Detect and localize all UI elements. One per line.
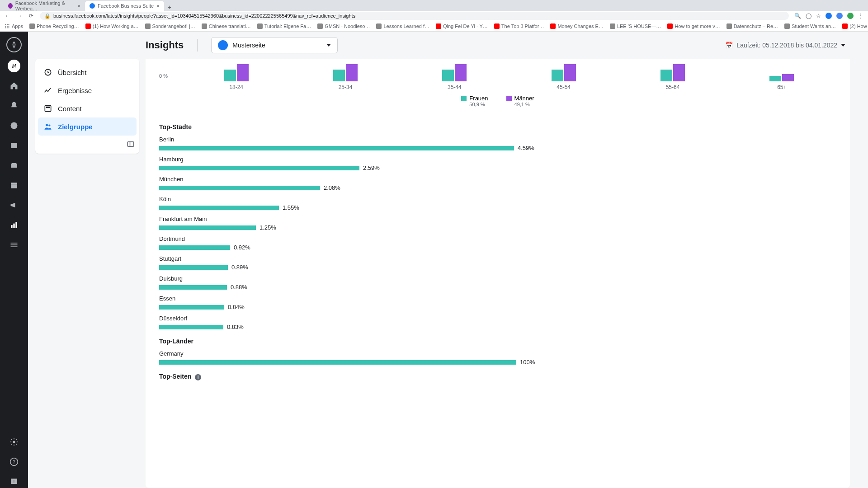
tab-title: Facebook Marketing & Werbea… — [15, 0, 75, 11]
bar-men — [237, 64, 249, 81]
gear-icon[interactable] — [8, 436, 20, 448]
age-group — [291, 64, 400, 81]
info-icon[interactable]: i — [195, 374, 201, 380]
svg-rect-18 — [11, 246, 18, 247]
bookmark-item[interactable]: GMSN - Noodleso… — [317, 23, 370, 29]
megaphone-icon[interactable] — [8, 199, 20, 211]
bar-women — [442, 70, 454, 81]
bar-percent: 0.88% — [231, 284, 247, 291]
date-range-selector[interactable]: 📅 Laufzeit: 05.12.2018 bis 04.01.2022 — [721, 39, 850, 52]
legend-swatch-icon — [506, 96, 512, 101]
age-group — [509, 64, 618, 81]
reload-icon[interactable]: ⟳ — [28, 13, 34, 19]
bar-row: Stuttgart0.89% — [159, 255, 836, 271]
svg-rect-29 — [127, 142, 134, 147]
extension-icon[interactable] — [836, 13, 843, 19]
sidenav-item-content[interactable]: Content — [38, 99, 137, 117]
insights-sidenav: Übersicht Ergebnisse Content Zielgruppe — [35, 59, 139, 154]
close-icon[interactable]: × — [156, 3, 159, 9]
bookmark-item[interactable]: Chinese translati… — [202, 23, 251, 29]
close-icon[interactable]: × — [78, 3, 80, 9]
bookmark-item[interactable]: (2) How To Add A… — [842, 23, 868, 29]
home-icon[interactable] — [8, 80, 20, 92]
star-icon[interactable]: ☆ — [816, 13, 821, 19]
bookmark-item[interactable]: Sonderangebot! |… — [145, 23, 195, 29]
legend-percent: 50,9 % — [469, 102, 488, 107]
svg-point-0 — [5, 24, 6, 25]
age-group — [727, 74, 836, 81]
svg-rect-11 — [11, 183, 17, 188]
bar-fill — [159, 146, 514, 150]
bar-fill — [159, 225, 256, 230]
page-selector[interactable]: Musterseite — [211, 37, 338, 53]
bookmark-item[interactable]: LEE 'S HOUSE—… — [610, 23, 661, 29]
bar-row: Dortmund0.92% — [159, 235, 836, 251]
forward-icon[interactable]: → — [16, 13, 23, 19]
bar-percent: 4.59% — [518, 145, 534, 151]
back-icon[interactable]: ← — [5, 13, 11, 19]
collapse-sidebar-icon[interactable] — [127, 140, 135, 150]
insights-icon[interactable] — [8, 219, 20, 231]
bar-fill — [159, 285, 227, 290]
inbox-icon[interactable] — [8, 139, 20, 152]
zoom-icon[interactable]: 🔍 — [794, 13, 801, 19]
menu-icon[interactable]: ⋮ — [858, 13, 863, 19]
tab-bar: Facebook Marketing & Werbea… × Facebook … — [0, 0, 868, 11]
bell-icon[interactable] — [8, 99, 20, 112]
bookmark-item[interactable]: Phone Recycling… — [29, 23, 79, 29]
url-bar[interactable]: 🔒 business.facebook.com/latest/insights/… — [40, 12, 789, 20]
fb-extension-icon[interactable] — [826, 13, 832, 19]
bookmark-item[interactable]: Tutorial: Eigene Fa… — [257, 23, 311, 29]
bookmark-item[interactable]: Datenschutz – Re… — [726, 23, 778, 29]
browser-chrome: Facebook Marketing & Werbea… × Facebook … — [0, 0, 868, 21]
extension-icon[interactable]: ◯ — [806, 13, 811, 19]
bookmark-item[interactable]: (1) How Working a… — [85, 23, 139, 29]
sidenav-label: Content — [58, 105, 82, 113]
feedback-icon[interactable]: ! — [8, 475, 20, 488]
bookmark-item[interactable]: How to get more v… — [667, 23, 720, 29]
age-label: 35-44 — [400, 84, 509, 90]
divider — [197, 39, 198, 52]
meta-logo-icon[interactable] — [6, 37, 22, 52]
bar-fill — [159, 166, 359, 170]
sidenav-item-results[interactable]: Ergebnisse — [38, 81, 137, 99]
svg-point-9 — [11, 122, 18, 129]
bookmark-item[interactable]: Lessons Learned f… — [376, 23, 429, 29]
chat-icon[interactable] — [8, 119, 20, 132]
favicon-icon — [8, 3, 13, 9]
calendar-icon[interactable] — [8, 179, 20, 192]
more-icon[interactable] — [8, 239, 20, 251]
bookmark-item[interactable]: Money Changes E… — [550, 23, 604, 29]
bar-men — [673, 64, 685, 81]
shop-icon[interactable] — [8, 159, 20, 172]
profile-icon[interactable] — [847, 13, 854, 19]
bar-row: Frankfurt am Main1.25% — [159, 216, 836, 231]
bookmark-item[interactable]: Apps — [5, 23, 23, 29]
sidenav-item-overview[interactable]: Übersicht — [38, 63, 137, 81]
bookmark-item[interactable]: Qing Fei De Yi - Y… — [436, 23, 488, 29]
y-axis-label: 0 % — [159, 73, 168, 79]
sidenav-item-audience[interactable]: Zielgruppe — [38, 117, 137, 136]
bookmark-item[interactable]: The Top 3 Platfor… — [494, 23, 544, 29]
svg-point-27 — [46, 124, 48, 126]
bar-men — [455, 64, 467, 81]
bar-women — [660, 70, 672, 81]
new-tab-button[interactable]: + — [164, 4, 175, 11]
legend-women: Frauen 50,9 % — [461, 95, 488, 107]
bar-percent: 1.55% — [283, 204, 299, 211]
bar-label: München — [159, 176, 836, 183]
section-title-pages: Top-Seiten i — [159, 373, 836, 380]
browser-tab-active[interactable]: Facebook Business Suite × — [85, 1, 164, 11]
chart-panel: 0 % 18-2425-3435-4445-5455-6465+ Frauen … — [146, 59, 850, 488]
url-text: business.facebook.com/latest/insights/pe… — [53, 13, 355, 19]
left-rail: M ? ! — [0, 32, 28, 488]
bookmark-item[interactable]: Student Wants an… — [784, 23, 836, 29]
help-icon[interactable]: ? — [8, 455, 20, 468]
bar-row: Berlin4.59% — [159, 136, 836, 151]
browser-tab[interactable]: Facebook Marketing & Werbea… × — [4, 1, 85, 11]
bar-label: Stuttgart — [159, 255, 836, 262]
svg-point-3 — [5, 26, 6, 27]
page-avatar[interactable]: M — [8, 60, 20, 72]
top-countries-list: Germany100% — [159, 350, 836, 366]
bar-percent: 0.89% — [231, 264, 248, 271]
